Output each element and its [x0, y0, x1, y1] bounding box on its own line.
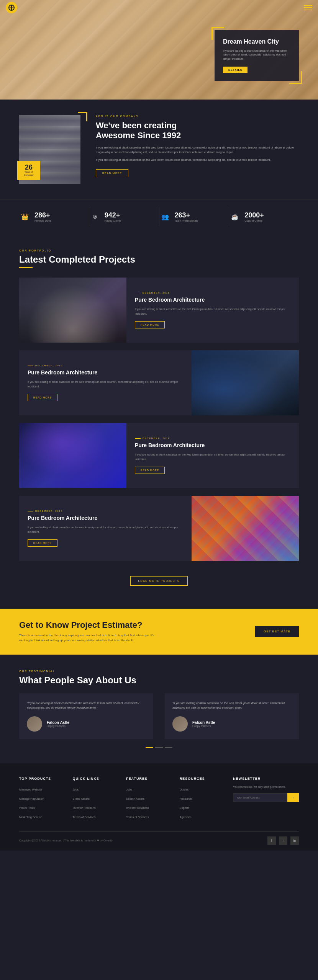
testimonial-dots	[19, 747, 299, 748]
list-item: Manage Reputation	[19, 794, 63, 801]
stat-item-projects: 👑 286+ Projects Done	[19, 207, 89, 226]
stat-num-clients: 942+	[105, 211, 121, 219]
footer-link[interactable]: Experts	[180, 806, 189, 810]
list-item: Investor Relations	[73, 804, 117, 810]
footer-link[interactable]: Terms of Services	[73, 815, 96, 819]
footer-newsletter-heading: Newsletter	[233, 777, 299, 781]
testimonial-dot-2[interactable]	[155, 747, 163, 748]
newsletter-submit-button[interactable]: →	[287, 793, 299, 802]
stat-icon-coffee: ☕	[229, 211, 241, 222]
author-name-1: Falcon Astle	[47, 720, 69, 725]
project-read-more-2[interactable]: READ MORE	[28, 394, 57, 401]
about-content: ABOUT OUR COMPANY We've been creating Aw…	[96, 115, 299, 177]
hero-title: Dream Heaven City	[223, 38, 290, 46]
testimonial-section: OUR TESTIMONIAL What People Say About Us…	[0, 655, 318, 764]
footer-link[interactable]: Manage Reputation	[19, 797, 44, 800]
stat-icon-projects: 👑	[19, 211, 31, 222]
testimonial-text-2: "If you are looking at blank cassettos o…	[172, 701, 291, 711]
project-image-2	[192, 350, 299, 415]
project-desc-4: If you are looking at blank cassettos on…	[28, 525, 183, 534]
footer-link[interactable]: Jobs	[126, 788, 132, 791]
footer-link[interactable]: Agencies	[180, 815, 192, 819]
hero-description: If you are looking at blank cassettos on…	[223, 49, 290, 61]
list-item: Research	[180, 794, 224, 801]
list-item: Terms of Services	[73, 813, 117, 820]
navbar	[0, 0, 318, 15]
footer-quicklinks-heading: Quick Links	[73, 777, 117, 781]
stat-item-clients: ☺ 942+ Happy Clients	[89, 207, 159, 226]
footer-link[interactable]: Research	[180, 797, 192, 800]
footer-bottom: Copyright @2022 All rights reserved | Th…	[19, 831, 299, 845]
get-estimate-button[interactable]: GET ESTIMATE	[255, 626, 299, 637]
about-heading: We've been creating Awesome Since 1992	[96, 121, 299, 141]
hero-card: Dream Heaven City If you are looking at …	[215, 30, 299, 81]
stat-label-professionals: Team Professionals	[175, 219, 198, 222]
about-years-label: Years of Company	[21, 171, 36, 177]
footer-col-quicklinks: Quick Links Jobs Brand Assets Investor R…	[73, 777, 117, 822]
footer-link[interactable]: Jobs	[73, 788, 79, 791]
project-image-1	[19, 278, 126, 343]
footer-link[interactable]: Brand Assets	[73, 797, 90, 800]
testimonial-author-2: Falcon Astle Happy Partners	[172, 716, 291, 732]
testimonial-section-heading: What People Say About Us	[19, 675, 299, 686]
testimonial-dot-1[interactable]	[146, 747, 153, 748]
stat-label-coffee: Cups of Coffee	[244, 219, 264, 222]
list-item: Search Assets	[126, 794, 170, 801]
project-read-more-4[interactable]: READ MORE	[28, 539, 57, 547]
logo[interactable]	[6, 2, 17, 13]
list-item: Managed Website	[19, 785, 63, 792]
footer-features-list: Jobs Search Assets Investor Relations Te…	[126, 785, 170, 820]
project-image-corner-1	[121, 337, 126, 343]
project-title-2: Pure Bedroom Architecture	[28, 369, 183, 376]
list-item: Power Tools	[19, 804, 63, 810]
project-date-1: DECEMBER, 2018	[135, 292, 290, 294]
about-read-more-button[interactable]: READ MORE	[96, 169, 128, 177]
footer-link[interactable]: Investor Relations	[73, 806, 96, 810]
footer-link[interactable]: Marketing Service	[19, 815, 42, 819]
testimonial-dot-3[interactable]	[165, 747, 172, 748]
footer-link[interactable]: Terms of Services	[126, 815, 149, 819]
about-paragraph-2: If you are looking at blank cassettos on…	[96, 158, 299, 162]
testimonial-text-1: "If you are looking at blank cassettos o…	[27, 701, 146, 711]
footer-newsletter-desc: You can trust us, we only send promo off…	[233, 785, 299, 789]
footer-link[interactable]: Search Assets	[126, 797, 144, 800]
about-paragraph-1: If you are looking at blank cassettos on…	[96, 145, 299, 155]
footer-link[interactable]: Managed Website	[19, 788, 42, 791]
about-years-badge: 26 Years of Company	[17, 161, 40, 180]
portfolio-section: OUR PORTFOLIO Latest Completed Projects …	[0, 238, 318, 609]
list-item: Experts	[180, 804, 224, 810]
estimate-section: Get to Know Project Estimate? There is a…	[0, 609, 318, 655]
author-avatar-1	[27, 716, 42, 732]
project-date-2: DECEMBER, 2019	[28, 364, 183, 367]
load-more-button[interactable]: LOAD MORE PROJECTS	[130, 576, 188, 586]
about-image-wrapper: 26 Years of Company	[19, 115, 84, 184]
social-facebook-icon[interactable]: f	[267, 836, 276, 845]
project-read-more-3[interactable]: READ MORE	[135, 467, 165, 474]
hero-details-button[interactable]: DETAILS	[223, 67, 248, 73]
project-info-4: DECEMBER, 2018 Pure Bedroom Architecture…	[19, 496, 192, 561]
testimonial-author-1: Falcon Astle Happy Partners	[27, 716, 146, 732]
social-twitter-icon[interactable]: t	[279, 836, 287, 845]
testimonial-section-label: OUR TESTIMONIAL	[19, 670, 299, 673]
project-read-more-1[interactable]: READ MORE	[135, 321, 165, 328]
footer-copyright: Copyright @2022 All rights reserved | Th…	[19, 839, 113, 842]
testimonial-card-2: "If you are looking at blank cassettos o…	[165, 693, 299, 740]
footer-features-heading: Features	[126, 777, 170, 781]
about-years-number: 26	[21, 164, 36, 171]
about-section: 26 Years of Company ABOUT OUR COMPANY We…	[0, 100, 318, 199]
list-item: Terms of Services	[126, 813, 170, 820]
project-row-1: DECEMBER, 2018 Pure Bedroom Architecture…	[19, 278, 299, 343]
list-item: Agencies	[180, 813, 224, 820]
portfolio-section-heading: Latest Completed Projects	[19, 254, 299, 265]
stat-num-professionals: 263+	[175, 211, 198, 219]
footer-link[interactable]: Guides	[180, 788, 189, 791]
social-linkedin-icon[interactable]: in	[290, 836, 299, 845]
project-info-1: DECEMBER, 2018 Pure Bedroom Architecture…	[126, 278, 299, 343]
newsletter-input-wrap: →	[233, 793, 299, 802]
hamburger-menu[interactable]	[304, 5, 312, 10]
newsletter-email-input[interactable]	[233, 793, 287, 802]
footer-col-newsletter: Newsletter You can trust us, we only sen…	[233, 777, 299, 822]
footer-link[interactable]: Power Tools	[19, 806, 35, 810]
estimate-text: Get to Know Project Estimate? There is a…	[19, 620, 165, 643]
footer-link[interactable]: Investor Relations	[126, 806, 149, 810]
